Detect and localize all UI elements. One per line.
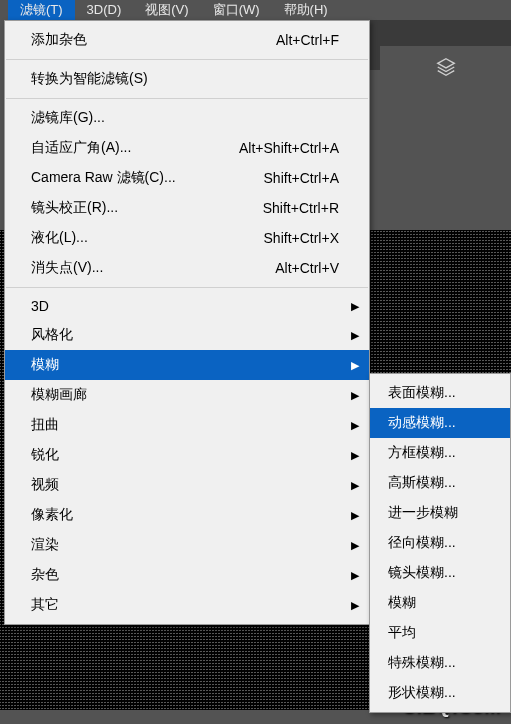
submenu-average[interactable]: 平均 (370, 618, 510, 648)
menu-other[interactable]: 其它 ▶ (5, 590, 369, 620)
menu-item-shortcut: Shift+Ctrl+A (264, 170, 339, 186)
menu-item-label: 表面模糊... (388, 384, 456, 402)
chevron-right-icon: ▶ (351, 599, 359, 612)
menubar-filter[interactable]: 滤镜(T) (8, 0, 75, 20)
chevron-right-icon: ▶ (351, 419, 359, 432)
menubar: 滤镜(T) 3D(D) 视图(V) 窗口(W) 帮助(H) (0, 0, 511, 20)
menu-smart-filter[interactable]: 转换为智能滤镜(S) (5, 64, 369, 94)
menu-item-label: 滤镜库(G)... (31, 109, 105, 127)
chevron-right-icon: ▶ (351, 300, 359, 313)
menu-blur[interactable]: 模糊 ▶ (5, 350, 369, 380)
menu-item-label: 自适应广角(A)... (31, 139, 131, 157)
chevron-right-icon: ▶ (351, 539, 359, 552)
menu-adaptive-wide-angle[interactable]: 自适应广角(A)... Alt+Shift+Ctrl+A (5, 133, 369, 163)
menu-item-label: 视频 (31, 476, 59, 494)
menu-filter-gallery[interactable]: 滤镜库(G)... (5, 103, 369, 133)
chevron-right-icon: ▶ (351, 329, 359, 342)
menu-item-label: 进一步模糊 (388, 504, 458, 522)
menu-item-label: 镜头模糊... (388, 564, 456, 582)
menu-item-shortcut: Alt+Ctrl+F (276, 32, 339, 48)
menu-item-label: 形状模糊... (388, 684, 456, 702)
separator (6, 287, 368, 288)
submenu-radial-blur[interactable]: 径向模糊... (370, 528, 510, 558)
submenu-box-blur[interactable]: 方框模糊... (370, 438, 510, 468)
menu-item-label: 镜头校正(R)... (31, 199, 118, 217)
menu-item-label: 动感模糊... (388, 414, 456, 432)
menu-camera-raw[interactable]: Camera Raw 滤镜(C)... Shift+Ctrl+A (5, 163, 369, 193)
menu-pixelate[interactable]: 像素化 ▶ (5, 500, 369, 530)
menu-item-label: 模糊 (31, 356, 59, 374)
filter-dropdown: 添加杂色 Alt+Ctrl+F 转换为智能滤镜(S) 滤镜库(G)... 自适应… (4, 20, 370, 625)
menu-item-label: 渲染 (31, 536, 59, 554)
menu-lens-correction[interactable]: 镜头校正(R)... Shift+Ctrl+R (5, 193, 369, 223)
submenu-lens-blur[interactable]: 镜头模糊... (370, 558, 510, 588)
menu-item-label: 消失点(V)... (31, 259, 103, 277)
menu-item-label: 模糊画廊 (31, 386, 87, 404)
menu-liquify[interactable]: 液化(L)... Shift+Ctrl+X (5, 223, 369, 253)
menu-item-label: 高斯模糊... (388, 474, 456, 492)
menu-item-shortcut: Alt+Shift+Ctrl+A (239, 140, 339, 156)
menu-item-label: 锐化 (31, 446, 59, 464)
layers-stack-icon[interactable] (435, 56, 457, 78)
submenu-shape-blur[interactable]: 形状模糊... (370, 678, 510, 708)
top-panel-icons (380, 46, 511, 88)
submenu-further-blur[interactable]: 进一步模糊 (370, 498, 510, 528)
menu-3d[interactable]: 3D ▶ (5, 292, 369, 320)
chevron-right-icon: ▶ (351, 509, 359, 522)
menu-item-label: 模糊 (388, 594, 416, 612)
menu-item-label: 平均 (388, 624, 416, 642)
menu-item-label: 扭曲 (31, 416, 59, 434)
menu-item-label: 方框模糊... (388, 444, 456, 462)
menu-distort[interactable]: 扭曲 ▶ (5, 410, 369, 440)
menu-item-label: 3D (31, 298, 49, 314)
menubar-3d[interactable]: 3D(D) (75, 0, 134, 20)
blur-submenu: 表面模糊... 动感模糊... 方框模糊... 高斯模糊... 进一步模糊 径向… (369, 373, 511, 713)
menu-item-label: 液化(L)... (31, 229, 88, 247)
menu-item-label: 像素化 (31, 506, 73, 524)
menu-item-shortcut: Alt+Ctrl+V (275, 260, 339, 276)
chevron-right-icon: ▶ (351, 359, 359, 372)
menu-item-label: 杂色 (31, 566, 59, 584)
menu-vanishing-point[interactable]: 消失点(V)... Alt+Ctrl+V (5, 253, 369, 283)
submenu-gaussian-blur[interactable]: 高斯模糊... (370, 468, 510, 498)
menu-noise[interactable]: 杂色 ▶ (5, 560, 369, 590)
menu-blur-gallery[interactable]: 模糊画廊 ▶ (5, 380, 369, 410)
chevron-right-icon: ▶ (351, 449, 359, 462)
menu-item-label: 转换为智能滤镜(S) (31, 70, 148, 88)
menu-video[interactable]: 视频 ▶ (5, 470, 369, 500)
menu-stylize[interactable]: 风格化 ▶ (5, 320, 369, 350)
menu-render[interactable]: 渲染 ▶ (5, 530, 369, 560)
submenu-surface-blur[interactable]: 表面模糊... (370, 378, 510, 408)
separator (6, 59, 368, 60)
menu-sharpen[interactable]: 锐化 ▶ (5, 440, 369, 470)
submenu-special-blur[interactable]: 特殊模糊... (370, 648, 510, 678)
menu-item-label: 风格化 (31, 326, 73, 344)
chevron-right-icon: ▶ (351, 389, 359, 402)
menu-item-label: 径向模糊... (388, 534, 456, 552)
menu-item-shortcut: Shift+Ctrl+R (263, 200, 339, 216)
menu-item-label: 添加杂色 (31, 31, 87, 49)
submenu-motion-blur[interactable]: 动感模糊... (370, 408, 510, 438)
menu-item-label: 特殊模糊... (388, 654, 456, 672)
chevron-right-icon: ▶ (351, 569, 359, 582)
menubar-window[interactable]: 窗口(W) (201, 0, 272, 20)
chevron-right-icon: ▶ (351, 479, 359, 492)
separator (6, 98, 368, 99)
submenu-blur[interactable]: 模糊 (370, 588, 510, 618)
menu-add-noise[interactable]: 添加杂色 Alt+Ctrl+F (5, 25, 369, 55)
menubar-help[interactable]: 帮助(H) (272, 0, 340, 20)
menu-item-label: 其它 (31, 596, 59, 614)
menu-item-label: Camera Raw 滤镜(C)... (31, 169, 176, 187)
menubar-view[interactable]: 视图(V) (133, 0, 200, 20)
menu-item-shortcut: Shift+Ctrl+X (264, 230, 339, 246)
